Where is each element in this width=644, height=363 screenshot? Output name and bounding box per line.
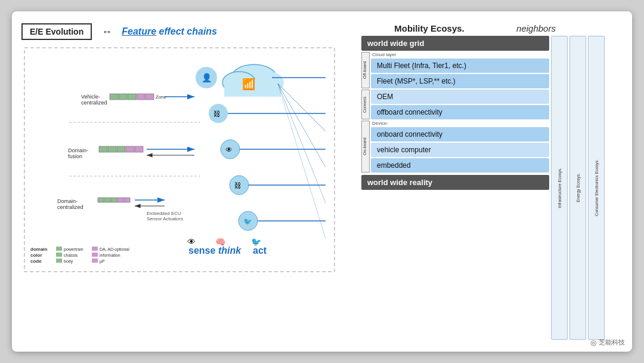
- row-vehicle-comp: vehicle computer: [371, 143, 549, 157]
- svg-rect-30: [111, 198, 117, 202]
- svg-text:color: color: [30, 253, 42, 258]
- svg-text:chassis: chassis: [64, 253, 78, 257]
- svg-rect-29: [104, 198, 110, 202]
- svg-rect-0: [24, 48, 335, 272]
- onboard-label: On-board: [361, 121, 370, 173]
- feature-underline: Feature: [122, 26, 156, 36]
- svg-rect-10: [128, 94, 136, 100]
- svg-rect-32: [124, 198, 130, 202]
- oem-section: Connect- OEM offboard connectivity: [361, 90, 549, 119]
- svg-text:Domain-: Domain-: [68, 147, 88, 153]
- row-world-reality: world wide reality: [361, 175, 549, 190]
- svg-text:⛓: ⛓: [234, 182, 242, 190]
- device-label: Device-: [371, 121, 549, 126]
- svg-text:centralized: centralized: [57, 204, 83, 210]
- watermark: ◎ 芝能科技: [590, 338, 625, 347]
- svg-rect-12: [145, 94, 154, 100]
- svg-rect-21: [135, 146, 143, 152]
- connect-label-top: Connect-: [361, 90, 370, 119]
- onboard-section: On-board Device- onboard connectivity ve…: [361, 121, 549, 173]
- svg-text:👁: 👁: [225, 146, 233, 154]
- svg-rect-31: [117, 198, 123, 202]
- svg-rect-9: [119, 94, 127, 100]
- header-row: E/E Evolution ↔ Feature effect chains: [21, 23, 355, 40]
- offboard-label: Off-board: [361, 52, 370, 88]
- svg-text:🧠: 🧠: [215, 237, 226, 247]
- svg-text:fusion: fusion: [68, 153, 82, 159]
- svg-text:µP: µP: [100, 259, 105, 264]
- svg-text:information: information: [100, 253, 120, 257]
- svg-rect-19: [117, 146, 125, 152]
- svg-text:📶: 📶: [242, 78, 256, 91]
- svg-text:👤: 👤: [202, 73, 212, 83]
- cloud-layer-label: Cloud layer: [371, 52, 549, 57]
- svg-text:🐦: 🐦: [251, 237, 262, 247]
- mobility-title: Mobility Ecosys.: [361, 23, 497, 33]
- row-onboard-conn: onboard connectivity: [371, 127, 549, 141]
- svg-rect-28: [98, 198, 104, 202]
- neighbor-columns: Infrastructure Ecosys. Energy Ecosys. Co…: [551, 36, 623, 340]
- row-multi-fleet: Multi Fleet (Infra, Tier1, etc.): [371, 59, 549, 73]
- onboard-rows: Device- onboard connectivity vehicle com…: [371, 121, 549, 173]
- svg-text:Sensor Actuators: Sensor Actuators: [147, 216, 183, 222]
- watermark-text: 芝能科技: [599, 338, 625, 347]
- main-content: world wide grid Off-board Cloud layer Mu…: [361, 36, 549, 340]
- right-panel: Mobility Ecosys. neighbors world wide gr…: [361, 23, 623, 340]
- svg-text:act: act: [253, 245, 267, 256]
- svg-rect-17: [99, 146, 107, 152]
- left-panel: E/E Evolution ↔ Feature effect chains 📶 …: [21, 23, 355, 340]
- diagram-svg: 📶 Vehicle- centralized Zone Domain- fusi…: [21, 45, 338, 278]
- svg-text:Vehicle-: Vehicle-: [81, 94, 100, 100]
- neighbor-col-infrastructure: Infrastructure Ecosys.: [551, 36, 568, 340]
- svg-text:sense: sense: [188, 245, 215, 256]
- svg-text:⛓: ⛓: [213, 110, 221, 118]
- svg-line-55: [278, 84, 326, 239]
- svg-rect-11: [137, 94, 145, 100]
- svg-rect-65: [56, 247, 62, 251]
- neighbor-col-consumer: Consumer Electronics Ecosys.: [588, 36, 605, 340]
- arrow-symbol: ↔: [101, 26, 112, 38]
- svg-text:Domain-: Domain-: [57, 198, 78, 204]
- row-embedded: embedded: [371, 158, 549, 173]
- svg-rect-18: [108, 146, 116, 152]
- svg-text:centralized: centralized: [81, 100, 107, 106]
- svg-rect-73: [92, 253, 98, 257]
- slide-container: E/E Evolution ↔ Feature effect chains 📶 …: [12, 11, 632, 352]
- svg-text:body: body: [64, 259, 73, 264]
- svg-text:Embedded ECU: Embedded ECU: [147, 211, 181, 216]
- offboard-rows: Cloud layer Multi Fleet (Infra, Tier1, e…: [371, 52, 549, 88]
- ecosystem-body: world wide grid Off-board Cloud layer Mu…: [361, 36, 623, 340]
- svg-rect-75: [92, 259, 98, 263]
- svg-line-53: [278, 84, 326, 167]
- feature-chains-label: Feature effect chains: [122, 26, 217, 37]
- neighbors-title: neighbors: [497, 23, 575, 33]
- row-offboard-conn: offboard connectivity: [371, 105, 549, 119]
- svg-text:🐦: 🐦: [243, 217, 252, 226]
- svg-rect-69: [56, 259, 62, 263]
- right-header: Mobility Ecosys. neighbors: [361, 23, 623, 33]
- ee-evolution-box: E/E Evolution: [21, 23, 92, 40]
- offboard-section: Off-board Cloud layer Multi Fleet (Infra…: [361, 52, 549, 88]
- svg-text:DA, AD-optional: DA, AD-optional: [100, 247, 129, 252]
- svg-rect-8: [110, 94, 118, 100]
- diagram-area: 📶 Vehicle- centralized Zone Domain- fusi…: [21, 45, 355, 284]
- svg-text:powertrain: powertrain: [64, 247, 83, 252]
- svg-rect-71: [92, 247, 98, 251]
- row-fleet: Fleet (MSP*, LSP,** etc.): [371, 74, 549, 88]
- svg-text:code: code: [30, 259, 42, 264]
- svg-rect-67: [56, 253, 62, 257]
- svg-text:think: think: [218, 245, 242, 256]
- row-oem: OEM: [371, 90, 549, 104]
- neighbor-col-energy: Energy Ecosys.: [569, 36, 586, 340]
- svg-text:👁: 👁: [187, 237, 196, 247]
- watermark-icon: ◎: [590, 339, 596, 347]
- svg-rect-20: [126, 146, 134, 152]
- oem-rows: OEM offboard connectivity: [371, 90, 549, 119]
- svg-text:domain: domain: [30, 247, 48, 252]
- row-world-grid: world wide grid: [361, 36, 549, 51]
